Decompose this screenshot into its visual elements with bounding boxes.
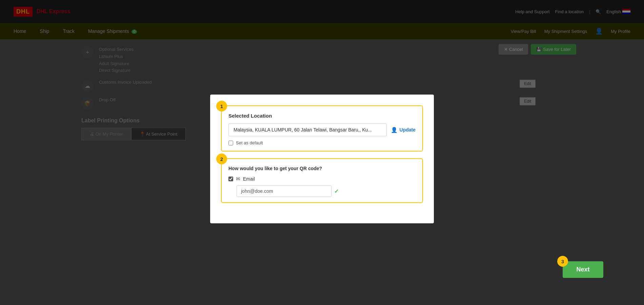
email-input-row: ✓ — [228, 185, 416, 197]
step1-title: Selected Location — [228, 113, 416, 119]
step2-title: How would you like to get your QR code? — [228, 166, 416, 171]
modal: 1 Selected Location 👤 Update Set as defa… — [210, 95, 434, 223]
next-button[interactable]: Next — [563, 261, 603, 278]
update-button[interactable]: 👤 Update — [391, 127, 416, 133]
email-row: ✉ Email — [228, 176, 416, 182]
location-input-row: 👤 Update — [228, 123, 416, 136]
email-valid-checkmark: ✓ — [334, 188, 339, 195]
set-default-checkbox[interactable] — [228, 141, 233, 145]
email-input[interactable] — [237, 185, 331, 197]
modal-overlay: 1 Selected Location 👤 Update Set as defa… — [0, 0, 644, 305]
step3-badge: 3 — [557, 256, 568, 267]
step2-badge: 2 — [216, 154, 227, 164]
update-icon: 👤 — [391, 127, 398, 133]
next-btn-container: 3 Next — [563, 261, 603, 278]
email-icon: ✉ — [236, 176, 240, 182]
step2-section: 2 How would you like to get your QR code… — [221, 158, 423, 203]
step1-section: 1 Selected Location 👤 Update Set as defa… — [221, 105, 423, 151]
email-checkbox[interactable] — [228, 177, 233, 181]
step1-badge: 1 — [216, 101, 227, 111]
set-default-label[interactable]: Set as default — [236, 140, 263, 145]
email-label[interactable]: Email — [243, 176, 255, 182]
set-default-row: Set as default — [228, 140, 416, 145]
location-input[interactable] — [228, 123, 387, 136]
